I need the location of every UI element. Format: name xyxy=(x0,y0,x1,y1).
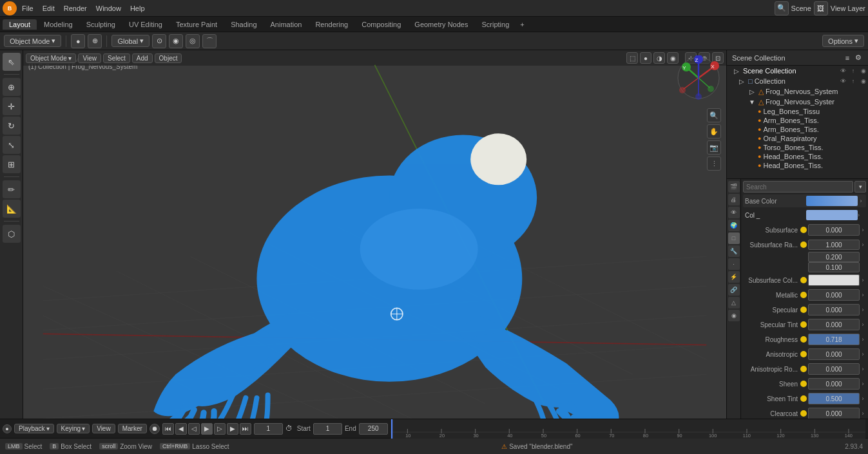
outliner-torso[interactable]: ● Torso_Bones_Tiss. xyxy=(727,143,868,152)
end-frame-input[interactable] xyxy=(359,423,388,435)
menu-render[interactable]: Render xyxy=(60,3,91,14)
tab-rendering[interactable]: Rendering xyxy=(309,19,354,30)
specular-value[interactable]: 0.000 xyxy=(808,304,860,316)
base-color-value[interactable] xyxy=(806,196,858,206)
tab-scripting[interactable]: Scripting xyxy=(475,19,516,30)
hand-pan-btn[interactable]: ✋ xyxy=(707,124,721,138)
outliner-filter-btn[interactable]: ≡ xyxy=(843,53,852,62)
sheen-value[interactable]: 0.000 xyxy=(808,378,860,390)
snap-btn[interactable]: ⊙ xyxy=(152,34,166,48)
specular-tint-value[interactable]: 0.000 xyxy=(808,319,860,330)
props-output-tab[interactable]: 🖨 xyxy=(728,194,740,205)
zoom-in-btn[interactable]: 🔍 xyxy=(707,108,721,122)
subsurface-ra-val3[interactable]: 0.100 xyxy=(808,262,860,272)
subsurface-ra-val1[interactable]: 1.000 xyxy=(808,240,860,250)
scene-selector[interactable]: 🔍 xyxy=(775,1,789,15)
scene-btn[interactable]: ⋮ xyxy=(707,156,721,171)
timeline-ruler[interactable]: 10 20 30 40 50 60 70 80 90 100 xyxy=(391,419,865,439)
outliner-leg-bones[interactable]: ● Leg_Bones_Tissu xyxy=(727,107,868,116)
menu-window[interactable]: Window xyxy=(92,3,125,14)
props-search-input[interactable] xyxy=(743,181,853,193)
camera-btn[interactable]: 📷 xyxy=(707,140,721,155)
tab-compositing[interactable]: Compositing xyxy=(355,19,407,30)
proportional2-btn[interactable]: ◎ xyxy=(186,34,200,48)
start-frame-input[interactable] xyxy=(313,423,342,435)
tab-uv-editing[interactable]: UV Editing xyxy=(122,19,169,30)
props-modifier-tab[interactable]: 🔧 xyxy=(728,245,740,257)
tab-texture-paint[interactable]: Texture Paint xyxy=(169,19,224,30)
select-tool-btn[interactable]: ⇖ xyxy=(3,53,21,71)
tab-shading[interactable]: Shading xyxy=(224,19,263,30)
proportional-btn[interactable]: ◉ xyxy=(169,34,183,48)
falloff-btn[interactable]: ⌒ xyxy=(202,34,217,48)
transform-pivot-btn[interactable]: ⊕ xyxy=(88,34,102,48)
prev-frame-btn[interactable]: ◀ xyxy=(175,423,187,435)
marker-btn[interactable]: Marker xyxy=(118,424,147,433)
col-eye-icon[interactable]: 👁 xyxy=(838,77,847,86)
transform-global-btn[interactable]: Global ▾ xyxy=(111,35,149,47)
tab-layout[interactable]: Layout xyxy=(3,19,37,30)
mode-selector[interactable]: Object Mode ▾ xyxy=(4,35,61,47)
transform-tool-btn[interactable]: ⊞ xyxy=(3,155,21,173)
props-filter-btn[interactable]: ▾ xyxy=(854,181,866,193)
outliner-arm-bones-2[interactable]: ● Arm_Bones_Tiss. xyxy=(727,125,868,134)
cursor-tool-btn[interactable]: ⊕ xyxy=(3,78,21,96)
roughness-value[interactable]: 0.718 xyxy=(808,334,860,345)
sheen-tint-value[interactable]: 0.500 xyxy=(808,393,860,404)
select-mode-btn[interactable]: ● xyxy=(71,34,85,48)
timeline-play-dot[interactable]: ⏺ xyxy=(149,424,160,434)
outliner-frog-nervous[interactable]: ▷ △ Frog_Nervous_System xyxy=(727,86,868,97)
props-constraints-tab[interactable]: 🔗 xyxy=(728,284,740,296)
next-frame-btn[interactable]: ▶ xyxy=(227,423,238,435)
subsurface-col-value[interactable] xyxy=(808,274,860,286)
col-render-icon[interactable]: ◉ xyxy=(859,77,868,86)
anisotropic-value[interactable]: 0.000 xyxy=(808,348,860,360)
props-physics-tab[interactable]: ⚡ xyxy=(728,271,740,283)
outliner-oral[interactable]: ● Oral_Raspiratory xyxy=(727,134,868,143)
props-scene-tab[interactable]: 🎬 xyxy=(728,181,740,193)
anisotropic-ro-value[interactable]: 0.000 xyxy=(808,363,860,375)
col-color-value[interactable] xyxy=(806,210,858,220)
props-view-tab[interactable]: 👁 xyxy=(728,207,740,218)
current-frame-input[interactable] xyxy=(254,423,283,435)
tab-sculpting[interactable]: Sculpting xyxy=(80,19,122,30)
play-btn[interactable]: ▶ xyxy=(201,423,213,435)
subsurface-value[interactable]: 0.000 xyxy=(808,224,860,236)
tab-geometry-nodes[interactable]: Geometry Nodes xyxy=(408,19,474,30)
timeline-view-btn[interactable]: View xyxy=(92,424,115,433)
props-material-tab[interactable]: ◉ xyxy=(728,310,740,321)
tab-animation[interactable]: Animation xyxy=(264,19,309,30)
next-keyframe-btn[interactable]: ▷ xyxy=(214,423,226,435)
playback-btn[interactable]: Playback▾ xyxy=(14,424,54,433)
outliner-collection[interactable]: ▷ □ Collection 👁 ↑ ◉ xyxy=(727,76,868,86)
menu-file[interactable]: File xyxy=(18,3,37,14)
props-data-tab[interactable]: △ xyxy=(728,297,740,308)
measure-tool-btn[interactable]: 📐 xyxy=(3,200,21,218)
options-btn[interactable]: Options ▾ xyxy=(822,35,864,47)
scale-tool-btn[interactable]: ⤡ xyxy=(3,136,21,154)
tab-modeling[interactable]: Modeling xyxy=(37,19,79,30)
outliner-arm-bones-1[interactable]: ● Arm_Bones_Tiss. xyxy=(727,116,868,125)
frame-clock-icon[interactable]: ⏱ xyxy=(285,424,294,433)
pointer-icon[interactable]: ↑ xyxy=(849,66,858,75)
outliner-settings-btn[interactable]: ⚙ xyxy=(854,53,863,62)
navigation-gizmo[interactable]: X Y Z xyxy=(676,55,721,100)
keying-btn[interactable]: Keying▾ xyxy=(57,424,90,433)
eye-icon[interactable]: 👁 xyxy=(838,66,847,75)
props-world-tab[interactable]: 🌍 xyxy=(728,220,740,231)
subsurface-ra-val2[interactable]: 0.200 xyxy=(808,252,860,262)
outliner-head-1[interactable]: ● Head_Bones_Tiss. xyxy=(727,152,868,161)
menu-edit[interactable]: Edit xyxy=(39,3,59,14)
rotate-tool-btn[interactable]: ↻ xyxy=(3,117,21,135)
render-icon[interactable]: ◉ xyxy=(859,66,868,75)
col-pointer-icon[interactable]: ↑ xyxy=(849,77,858,86)
jump-end-btn[interactable]: ⏭ xyxy=(240,423,251,435)
viewport[interactable]: User Perspective (1) Collection | Frog_N… xyxy=(23,50,726,419)
move-tool-btn[interactable]: ✛ xyxy=(3,97,21,115)
outliner-scene-collection[interactable]: ▷ Scene Collection 👁 ↑ ◉ xyxy=(727,66,868,76)
clearcoat-value[interactable]: 0.000 xyxy=(808,408,860,419)
add-workspace-button[interactable]: + xyxy=(516,19,528,30)
props-object-tab[interactable]: □ xyxy=(728,232,740,244)
annotate-tool-btn[interactable]: ✏ xyxy=(3,180,21,198)
outliner-head-2[interactable]: ● Head_Bones_Tiss. xyxy=(727,161,868,170)
